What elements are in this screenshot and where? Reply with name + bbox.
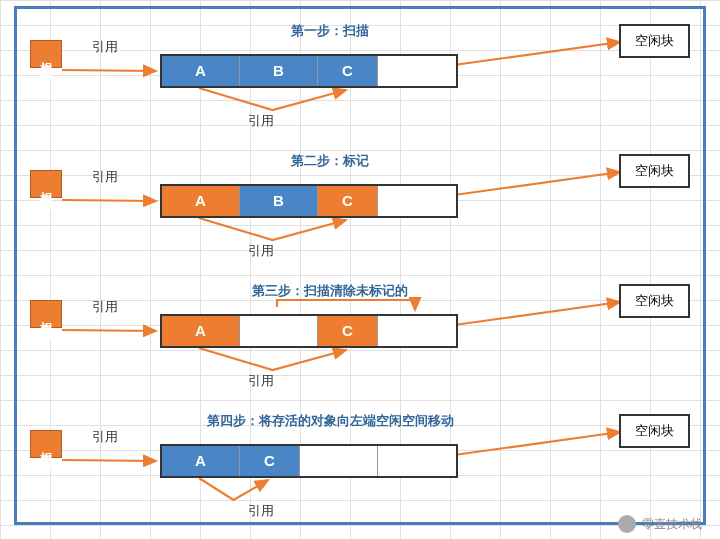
heap-cell-B: B [240, 186, 318, 216]
step-3: 根集合引用第三步：扫描清除未标记的AC空闲块引用 [0, 270, 720, 398]
step-1: 根集合引用第一步：扫描ABC空闲块引用 [0, 10, 720, 138]
watermark-text: 零壹技术栈 [642, 516, 702, 533]
step-title: 第三步：扫描清除未标记的 [200, 282, 460, 300]
ref-label: 引用 [92, 38, 118, 56]
ref-label: 引用 [92, 428, 118, 446]
step-4: 根集合引用第四步：将存活的对象向左端空闲空间移动AC空闲块引用 [0, 400, 720, 528]
heap-cell-C: C [240, 446, 300, 476]
root-set: 根集合 [30, 170, 62, 198]
step-title: 第四步：将存活的对象向左端空闲空间移动 [200, 412, 460, 430]
free-block-label: 空闲块 [619, 284, 690, 318]
step-title: 第一步：扫描 [200, 22, 460, 40]
heap-cell-empty [300, 446, 378, 476]
step-2: 根集合引用第二步：标记ABC空闲块引用 [0, 140, 720, 268]
root-set: 根集合 [30, 300, 62, 328]
root-set: 根集合 [30, 430, 62, 458]
step-title: 第二步：标记 [200, 152, 460, 170]
heap-row: ABC [160, 54, 458, 88]
ref-label: 引用 [92, 298, 118, 316]
free-block-label: 空闲块 [619, 154, 690, 188]
heap-cell-empty [378, 316, 456, 346]
heap-cell-A: A [162, 446, 240, 476]
heap-cell-C: C [318, 316, 378, 346]
free-block-label: 空闲块 [619, 24, 690, 58]
heap-cell-C: C [318, 56, 378, 86]
watermark: 零壹技术栈 [618, 515, 702, 533]
heap-cell-C: C [318, 186, 378, 216]
ref-label-below: 引用 [248, 242, 274, 260]
heap-row: AC [160, 314, 458, 348]
free-block-label: 空闲块 [619, 414, 690, 448]
heap-cell-empty [378, 186, 456, 216]
heap-cell-B: B [240, 56, 318, 86]
root-set: 根集合 [30, 40, 62, 68]
heap-row: AC [160, 444, 458, 478]
heap-cell-empty [378, 56, 456, 86]
heap-cell-empty [378, 446, 456, 476]
heap-cell-A: A [162, 186, 240, 216]
ref-label-below: 引用 [248, 502, 274, 520]
wechat-icon [618, 515, 636, 533]
heap-row: ABC [160, 184, 458, 218]
ref-label: 引用 [92, 168, 118, 186]
ref-label-below: 引用 [248, 372, 274, 390]
heap-cell-A: A [162, 316, 240, 346]
heap-cell-A: A [162, 56, 240, 86]
ref-label-below: 引用 [248, 112, 274, 130]
heap-cell-empty [240, 316, 318, 346]
